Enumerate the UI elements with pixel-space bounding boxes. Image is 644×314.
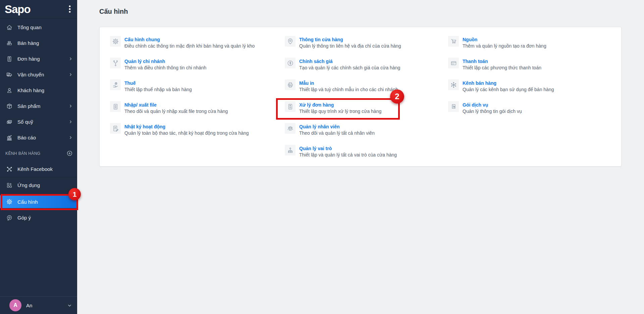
settings-item-quan-ly-nhan-vien[interactable]: Quản lý nhân viênTheo dõi và quản lý tất…: [285, 123, 446, 145]
kebab-menu-icon[interactable]: [66, 3, 73, 15]
settings-item-text: Quản lý chi nhánhThêm và điều chỉnh thôn…: [124, 58, 206, 71]
settings-item-title[interactable]: Chính sách giá: [299, 58, 400, 64]
settings-item-quan-ly-chi-nhanh[interactable]: Quản lý chi nhánhThêm và điều chỉnh thôn…: [110, 58, 283, 79]
sidebar-item-khach-hang[interactable]: Khách hàng: [0, 82, 77, 98]
settings-item-text: Quản lý nhân viênTheo dõi và quản lý tất…: [299, 123, 375, 136]
sidebar-item-gop-y[interactable]: Góp ý: [0, 210, 77, 226]
settings-item-text: Nhật ký hoạt độngQuản lý toàn bộ thao tá…: [124, 123, 249, 136]
cashbook-icon: [6, 119, 13, 125]
settings-item-desc: Thiết lập thuế nhập và bán hàng: [124, 86, 192, 93]
settings-column-2: Thông tin cửa hàngQuản lý thông tin liên…: [285, 36, 446, 167]
settings-item-desc: Thiết lập các phương thức thanh toán: [463, 64, 541, 71]
settings-item-mau-in[interactable]: Mẫu inThiết lập và tuỳ chỉnh mẫu in cho …: [285, 79, 446, 101]
settings-item-thong-tin-cua-hang[interactable]: Thông tin cửa hàngQuản lý thông tin liên…: [285, 36, 446, 58]
settings-item-title[interactable]: Cấu hình chung: [124, 37, 255, 43]
settings-item-title[interactable]: Quản lý chi nhánh: [124, 58, 206, 64]
user-name: An: [26, 303, 32, 308]
settings-item-thue[interactable]: ThuếThiết lập thuế nhập và bán hàng: [110, 79, 283, 101]
add-channel-icon[interactable]: [66, 150, 73, 156]
branch-icon: [110, 58, 121, 68]
settings-item-nguon[interactable]: NguồnThêm và quản lý nguồn tạo ra đơn hà…: [448, 36, 618, 58]
settings-item-text: Cấu hình chungĐiều chỉnh các thông tin m…: [124, 36, 255, 49]
chevron-right-icon: [69, 73, 72, 76]
settings-item-text: Nhập/ xuất fileTheo dõi và quản lý nhập …: [124, 101, 228, 115]
order-invoice-icon: [6, 56, 13, 62]
page-title: Cấu hình: [99, 8, 128, 15]
annotation-badge-step-2: 2: [390, 89, 404, 104]
sidebar-item-label: Khách hàng: [17, 87, 44, 93]
settings-item-text: NguồnThêm và quản lý nguồn tạo ra đơn hà…: [463, 36, 546, 49]
sidebar-channels: Kênh Facebook: [0, 161, 77, 177]
settings-item-text: Xử lý đơn hàngThiết lập quy trình xử lý …: [299, 101, 381, 115]
sidebar-item-kenh-facebook[interactable]: Kênh Facebook: [0, 161, 77, 177]
settings-item-cau-hinh-chung[interactable]: Cấu hình chungĐiều chỉnh các thông tin m…: [110, 36, 283, 58]
annotation-badge-step-1: 1: [68, 188, 81, 200]
sidebar-item-ban-hang[interactable]: Bán hàng: [0, 35, 77, 51]
product-box-icon: [6, 103, 13, 110]
settings-item-desc: Quản lý các kênh bạn sử dụng để bán hàng: [463, 86, 554, 93]
settings-item-text: Mẫu inThiết lập và tuỳ chỉnh mẫu in cho …: [299, 79, 398, 93]
sapo-logo: Sapo: [5, 4, 31, 15]
user-menu[interactable]: A An: [0, 296, 77, 314]
settings-item-text: Kênh bán hàngQuản lý các kênh bạn sử dụn…: [463, 79, 554, 93]
settings-item-title[interactable]: Xử lý đơn hàng: [299, 102, 381, 108]
sidebar-item-van-chuyen[interactable]: Vận chuyển: [0, 67, 77, 82]
settings-item-title[interactable]: Kênh bán hàng: [463, 80, 554, 86]
settings-item-quan-ly-vai-tro[interactable]: Quản lý vai tròThiết lập và quản lý tất …: [285, 145, 446, 167]
settings-item-text: ThuếThiết lập thuế nhập và bán hàng: [124, 79, 192, 93]
cash-register-icon: [6, 40, 13, 47]
chevron-right-icon: [69, 57, 72, 61]
settings-item-title[interactable]: Quản lý vai trò: [299, 145, 397, 151]
chevron-right-icon: [69, 104, 72, 108]
settings-item-title[interactable]: Nguồn: [463, 37, 546, 43]
settings-item-desc: Thiết lập quy trình xử lý trong cửa hàng: [299, 108, 381, 115]
settings-item-title[interactable]: Nhật ký hoạt động: [124, 124, 249, 130]
sidebar-section-sales-channels: KÊNH BÁN HÀNG: [0, 145, 77, 161]
settings-item-text: Chính sách giáTạo và quản lý các chính s…: [299, 58, 400, 71]
chevron-right-icon: [69, 136, 72, 139]
settings-item-title[interactable]: Thuế: [124, 80, 192, 86]
settings-item-desc: Quản lý thông tin gói dịch vụ: [463, 108, 522, 115]
settings-item-nhap-xuat-file[interactable]: Nhập/ xuất fileTheo dõi và quản lý nhập …: [110, 101, 283, 123]
settings-item-goi-dich-vu[interactable]: Gói dịch vụQuản lý thông tin gói dịch vụ: [448, 101, 618, 123]
sidebar-item-label: Cấu hình: [17, 199, 38, 205]
settings-item-chinh-sach-gia[interactable]: Chính sách giáTạo và quản lý các chính s…: [285, 58, 446, 79]
sidebar-footer-nav: Ứng dụngCấu hìnhGóp ý: [0, 177, 77, 226]
sidebar-item-label: Đơn hàng: [17, 56, 40, 62]
sidebar-item-cau-hinh[interactable]: Cấu hình: [0, 195, 77, 208]
settings-item-title[interactable]: Thanh toán: [463, 58, 541, 64]
settings-item-text: Thông tin cửa hàngQuản lý thông tin liên…: [299, 36, 401, 49]
sidebar-item-bao-cao[interactable]: Báo cáo: [0, 130, 77, 145]
home-icon: [6, 24, 13, 31]
gear-icon: [110, 36, 121, 47]
chevron-down-icon: [67, 303, 72, 308]
settings-item-desc: Theo dõi và quản lý tất cả nhân viên: [299, 130, 375, 136]
report-chart-icon: [6, 134, 13, 141]
settings-item-desc: Điều chỉnh các thông tin mặc định khi bá…: [124, 43, 255, 49]
settings-item-title[interactable]: Quản lý nhân viên: [299, 124, 375, 130]
settings-column-3: NguồnThêm và quản lý nguồn tạo ra đơn hà…: [448, 36, 618, 123]
customer-icon: [6, 87, 13, 94]
settings-item-nhat-ky-hoat-dong[interactable]: Nhật ký hoạt độngQuản lý toàn bộ thao tá…: [110, 123, 283, 145]
settings-item-xu-ly-don-hang[interactable]: Xử lý đơn hàngThiết lập quy trình xử lý …: [285, 101, 446, 123]
sidebar-item-don-hang[interactable]: Đơn hàng: [0, 51, 77, 67]
avatar: A: [9, 299, 21, 311]
service-receipt-icon: [448, 101, 459, 112]
sidebar-item-san-pham[interactable]: Sản phẩm: [0, 98, 77, 114]
main-content: Cấu hình Cấu hình chungĐiều chỉnh các th…: [77, 0, 644, 314]
settings-item-title[interactable]: Nhập/ xuất file: [124, 102, 228, 108]
sidebar-item-ung-dung[interactable]: Ứng dụng: [0, 177, 77, 193]
settings-item-desc: Quản lý toàn bộ thao tác, nhật ký hoạt đ…: [124, 130, 249, 136]
settings-item-title[interactable]: Gói dịch vụ: [463, 102, 522, 108]
sidebar-item-so-quy[interactable]: Sổ quỹ: [0, 114, 77, 130]
settings-item-text: Gói dịch vụQuản lý thông tin gói dịch vụ: [463, 101, 522, 115]
settings-item-text: Quản lý vai tròThiết lập và quản lý tất …: [299, 145, 397, 158]
settings-item-title[interactable]: Thông tin cửa hàng: [299, 37, 401, 43]
sidebar-item-tong-quan[interactable]: Tổng quan: [0, 19, 77, 35]
settings-item-title[interactable]: Mẫu in: [299, 80, 398, 86]
role-tree-icon: [285, 145, 296, 155]
channels-icon: [448, 79, 459, 90]
settings-item-thanh-toan[interactable]: Thanh toánThiết lập các phương thức than…: [448, 58, 618, 79]
settings-item-kenh-ban-hang[interactable]: Kênh bán hàngQuản lý các kênh bạn sử dụn…: [448, 79, 618, 101]
order-invoice-icon: [285, 101, 296, 112]
